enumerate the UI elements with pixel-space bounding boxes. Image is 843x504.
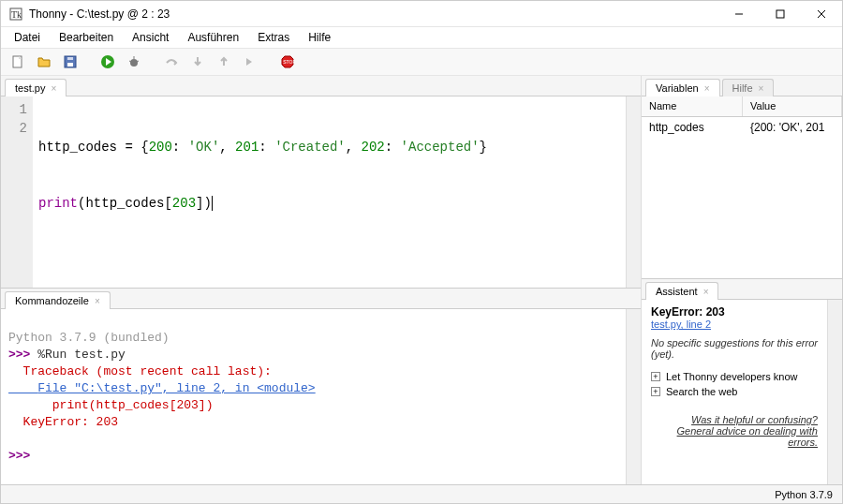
assistant-message: No specific suggestions for this error (… [651,337,818,360]
maximize-button[interactable] [760,1,801,26]
stop-icon[interactable]: STOP [276,51,299,73]
svg-rect-8 [67,63,73,67]
shell-tab-label: Kommandozeile [15,295,89,306]
assistant-scrollbar[interactable] [827,300,842,484]
menu-datei[interactable]: Datei [7,29,48,46]
close-tab-icon[interactable]: × [704,83,710,94]
minimize-button[interactable] [718,1,760,26]
code-editor[interactable]: 1 2 http_codes = {200: 'OK', 201: 'Creat… [1,96,641,288]
assistant-tabstrip: Assistent × [642,279,842,300]
menu-ausfuehren[interactable]: Ausführen [180,29,246,46]
toolbar: STOP [1,48,842,76]
expand-icon: + [651,387,660,396]
editor-tabstrip: test.py × [1,76,641,96]
close-tab-icon[interactable]: × [759,83,764,94]
menu-bearbeiten[interactable]: Bearbeiten [52,29,121,46]
shell-output[interactable]: Python 3.7.9 (bundled) >>> %Run test.py … [1,309,626,484]
shell-scrollbar[interactable] [626,309,641,484]
python-version-label: Python 3.7.9 [775,489,833,500]
tab-hilfe[interactable]: Hilfe × [722,79,775,96]
svg-rect-9 [67,57,73,60]
save-file-icon[interactable] [59,51,81,73]
editor-tab-testpy[interactable]: test.py × [5,79,67,96]
step-into-icon[interactable] [186,51,209,73]
open-file-icon[interactable] [33,51,55,73]
app-icon: Tk [8,7,23,22]
close-button[interactable] [801,1,842,26]
editor-content[interactable]: http_codes = {200: 'OK', 201: 'Created',… [33,96,626,288]
variables-header: Name Value [642,96,842,117]
shell-tabstrip: Kommandozeile × [1,289,641,309]
assistant-error-location-link[interactable]: test.py, line 2 [651,319,711,330]
assistant-suggestion[interactable]: + Let Thonny developers know [651,371,818,382]
run-icon[interactable] [96,51,119,73]
variable-row[interactable]: http_codes {200: 'OK', 201 [642,117,842,138]
debug-icon[interactable] [123,51,145,73]
shell-tab[interactable]: Kommandozeile × [5,291,111,309]
window-title: Thonny - C:\test.py @ 2 : 23 [29,7,718,21]
assistant-error-title: KeyError: 203 [651,305,725,319]
step-out-icon[interactable] [213,51,235,73]
variable-value: {200: 'OK', 201 [743,117,842,138]
svg-text:STOP: STOP [283,59,295,65]
svg-point-11 [130,59,138,67]
resume-icon[interactable] [239,51,261,73]
svg-rect-3 [776,10,784,18]
expand-icon: + [651,372,660,381]
shell-panel: Kommandozeile × Python 3.7.9 (bundled) >… [1,288,641,484]
close-tab-icon[interactable]: × [703,287,709,297]
assistant-feedback-link[interactable]: Was it helpful or confusing? [691,414,818,425]
svg-text:Tk: Tk [11,9,22,20]
variables-col-value[interactable]: Value [743,96,842,116]
close-tab-icon[interactable]: × [51,83,56,94]
statusbar: Python 3.7.9 [1,484,842,503]
traceback-file-link[interactable]: File "C:\test.py", line 2, in <module> [8,381,316,395]
step-over-icon[interactable] [160,51,183,73]
assistant-suggestion[interactable]: + Search the web [651,386,818,397]
tab-variablen[interactable]: Variablen × [645,79,720,96]
editor-scrollbar[interactable] [626,96,641,288]
assistant-advice-link[interactable]: General advice on dealing with errors. [677,425,818,448]
variable-name: http_codes [642,117,743,138]
close-tab-icon[interactable]: × [95,296,100,306]
titlebar: Tk Thonny - C:\test.py @ 2 : 23 [1,1,842,27]
tab-assistent[interactable]: Assistent × [645,282,718,300]
variables-body: http_codes {200: 'OK', 201 [642,117,842,278]
menu-extras[interactable]: Extras [250,29,297,46]
assistant-body: KeyError: 203 test.py, line 2 No specifi… [642,300,827,484]
editor-tab-label: test.py [15,82,45,94]
variables-tabstrip: Variablen × Hilfe × [642,76,842,96]
menu-ansicht[interactable]: Ansicht [125,29,176,46]
assistant-panel: Assistent × KeyError: 203 test.py, line … [642,278,842,484]
menubar: Datei Bearbeiten Ansicht Ausführen Extra… [1,27,842,48]
editor-gutter: 1 2 [1,96,33,288]
variables-col-name[interactable]: Name [642,96,743,116]
menu-hilfe[interactable]: Hilfe [301,29,338,46]
new-file-icon[interactable] [7,51,29,73]
